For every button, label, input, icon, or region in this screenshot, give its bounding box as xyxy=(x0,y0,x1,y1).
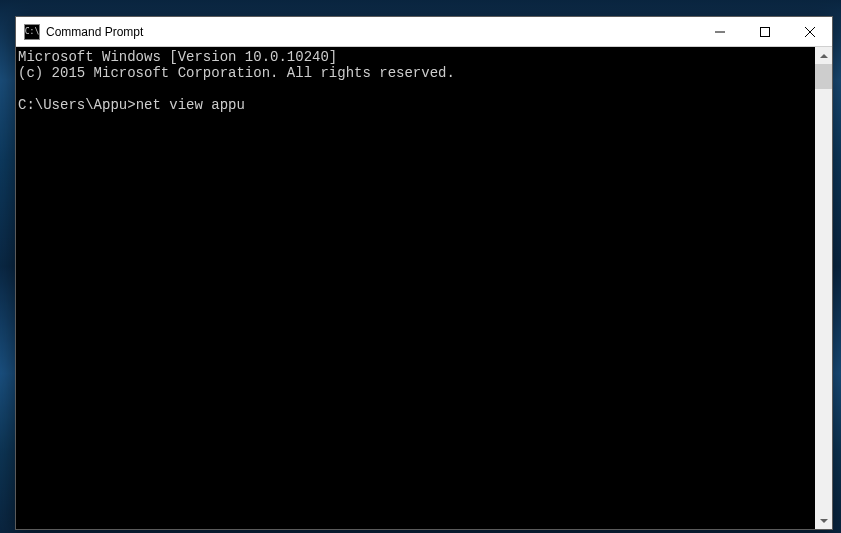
close-button[interactable] xyxy=(787,17,832,46)
minimize-button[interactable] xyxy=(697,17,742,46)
close-icon xyxy=(805,27,815,37)
app-icon: C:\ xyxy=(24,24,40,40)
command-prompt-window: C:\ Command Prompt Microsoft Wi xyxy=(15,16,833,530)
chevron-up-icon xyxy=(820,54,828,58)
maximize-button[interactable] xyxy=(742,17,787,46)
cmd-icon: C:\ xyxy=(25,28,39,36)
window-controls xyxy=(697,17,832,46)
window-title: Command Prompt xyxy=(46,25,697,39)
scroll-track[interactable] xyxy=(815,64,832,512)
console-line: Microsoft Windows [Version 10.0.10240] xyxy=(18,49,337,65)
minimize-icon xyxy=(715,27,725,37)
maximize-icon xyxy=(760,27,770,37)
chevron-down-icon xyxy=(820,519,828,523)
console-command: net view appu xyxy=(136,97,245,113)
titlebar[interactable]: C:\ Command Prompt xyxy=(16,17,832,47)
scroll-thumb[interactable] xyxy=(815,64,832,89)
scroll-down-button[interactable] xyxy=(815,512,832,529)
vertical-scrollbar[interactable] xyxy=(815,47,832,529)
svg-rect-1 xyxy=(760,27,769,36)
console-line: (c) 2015 Microsoft Corporation. All righ… xyxy=(18,65,455,81)
console-output[interactable]: Microsoft Windows [Version 10.0.10240] (… xyxy=(16,47,815,529)
scroll-up-button[interactable] xyxy=(815,47,832,64)
console-prompt: C:\Users\Appu> xyxy=(18,97,136,113)
console-area: Microsoft Windows [Version 10.0.10240] (… xyxy=(16,47,832,529)
